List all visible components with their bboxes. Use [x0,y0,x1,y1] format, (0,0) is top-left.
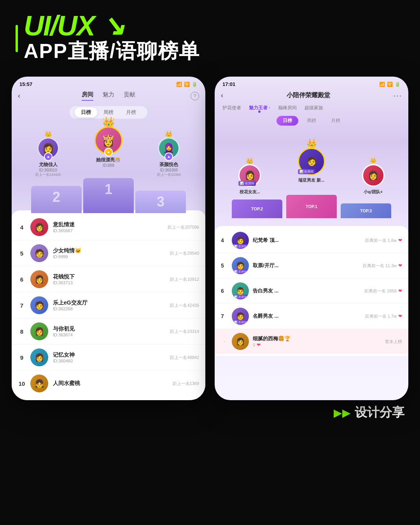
phone2: 17:01 📶 🛜 🔋 ‹ 小陪伴荣耀殿堂 ··· 护花使者 魅力王者 · 巅峰… [215,77,408,400]
list-info: 与你初见 ID:363674 [53,326,165,337]
list-avatar: 👩 [30,348,48,366]
heart-icon: ❤ [398,313,402,319]
p2-rank3-avatar-img: 👩 [363,165,383,186]
phone1-back-button[interactable]: ‹ [18,92,20,100]
p2-list-name: 取票/开厅... [253,262,359,269]
list-rank: 5 [18,250,26,257]
p2-list-name: 名爵男友 ... [253,313,361,320]
header-top: UI/UX ↘ APP直播/语聊榜单 [16,12,404,65]
p2-list-avatar: 🧑 📊 在房间 [232,257,249,274]
cat-tab-peak[interactable]: 巅峰房间 [274,103,301,113]
phone2-nav: ‹ 小陪伴荣耀殿堂 ··· [215,89,408,103]
phone2-cat-tabs: 护花使者 魅力王者 · 巅峰房间 超级家族 [215,103,408,113]
list-name: 意乱情迷 [53,221,163,228]
tab-contribute[interactable]: 贡献 [124,91,135,101]
list-item[interactable]: 6 👩 花钱悦下 ID:363713 距上一名10912 [12,266,205,292]
signal-icon: 📶 [379,82,385,87]
list-rank: 7 [18,302,26,309]
list-info: 意乱情迷 ID:365667 [53,221,163,233]
list-rank: 8 [18,328,26,335]
battery-icon: 🔋 [395,82,401,87]
tab-charm[interactable]: 魅力 [103,91,114,101]
period-daily[interactable]: 日榜 [75,107,97,117]
list-dist: 距上一名207096 [168,224,199,230]
phone2-more-button[interactable]: ··· [393,91,402,100]
tab-room[interactable]: 房间 [82,91,93,101]
rank3-id: ID:366366 [160,168,178,172]
phone2-title: 小陪伴荣耀殿堂 [287,91,330,100]
rank2-name: 尤物佳人 [39,161,58,168]
rank3-badge [164,152,173,161]
p2-list-item[interactable]: 4 🧑 📊 在房间 纪梵希 顶... 距离前一名 1.6w ❤ [215,228,408,253]
list-rank: 10 [18,380,26,387]
p2-list-dist: 距离前一名 1.6w ❤ [365,238,402,243]
list-info: 花钱悦下 ID:363713 [53,273,165,285]
p2-list-item[interactable]: 6 👨 📊 在房间 告白男友 ... 距离前一名 2656 ❤ [215,278,408,304]
p2-list-rank: 7 [221,313,228,319]
list-dist: 距上一名42435 [170,303,199,308]
rank1-id: ID:888 [103,163,114,168]
cat-tab-huhua[interactable]: 护花使者 [219,103,245,113]
signal-icon: 📶 [176,82,182,87]
list-id: ID:9999 [53,254,165,259]
rank1-badge [104,148,113,156]
p2-list-info: 取票/开厅... [253,262,359,269]
p2-rank2: 👑 👩 📊 在房间 校花女友... [220,164,279,195]
p2-list-info: 名爵男友 ... [253,313,361,320]
p2-list-info: 告白男友 ... [253,287,360,294]
phone1-time: 15:57 [19,81,32,87]
p2-rank1-crown: 👑 [306,138,317,149]
list-item[interactable]: 8 👩 与你初见 ID:363674 距上一名23314 [12,318,205,345]
p2-list-avatar: 🧑 📊 在房间 [232,232,249,249]
rank2-badge [44,152,52,161]
list-dist: 距上一名10912 [170,276,199,282]
list-avatar: 👧 [30,374,48,392]
phone1-help-button[interactable]: ? [191,92,199,100]
phone2-list: 4 🧑 📊 在房间 纪梵希 顶... 距离前一名 1.6w ❤ 5 🧑 📊 在房… [215,226,408,356]
list-info: 人间水蜜桃 [53,380,168,387]
p2-block-1: TOP.1 [286,195,337,218]
header-bar [16,25,18,52]
p2-list-rank: 6 [221,288,228,294]
list-dist: 距上一名1369 [173,381,199,387]
podium-block-1: 1 [83,178,134,213]
p2-list-item[interactable]: 5 🧑 📊 在房间 取票/开厅... 距离前一名 11.3w ❤ [215,253,408,278]
phones-container: 15:57 📶 🛜 🔋 ‹ 房间 魅力 贡献 ? 日榜 周榜 月榜 [0,77,420,400]
phone2-podium: 👑 👩 📊 在房间 校花女友... 👑 🧑 [215,129,408,226]
phone2-back-button[interactable]: ‹ [221,91,223,100]
p2-bottom-status: 暂未上榜 [385,339,402,345]
p2-list-item[interactable]: 7 🧑 📊 在房间 名爵男友 ... 距离前一名 1.7w ❤ [215,304,408,329]
p2-online-badge: 📊 在房间 [232,295,249,299]
p2-period-monthly[interactable]: 月榜 [325,116,346,126]
list-item[interactable]: 4 👩 意乱情迷 ID:365667 距上一名207096 [12,214,205,240]
list-item[interactable]: 9 👩 记忆女神 ID:360460 距上一名48842 [12,345,205,371]
rank3-dist: 距上一名32366 [157,172,181,177]
p2-block-3: TOP.3 [341,203,391,218]
p2-bottom-score: 0 ❤ [253,342,381,348]
p2-bottom-avatar: 👩 [232,333,249,350]
list-name: 与你初见 [53,326,165,332]
list-avatar: 👩 [30,218,48,236]
footer: ▶▶ 设计分享 [0,400,420,427]
p2-rank1: 👑 🧑 📊 在房间 瑞亚男友 新... [282,148,341,183]
heart-icon: ❤ [398,263,402,268]
p2-period-daily[interactable]: 日榜 [276,116,298,126]
podium-block-3: 3 [135,191,186,213]
p2-rank3-crown: 👑 [370,157,376,163]
cat-tab-meili[interactable]: 魅力王者 · [245,103,274,113]
heart-icon: ❤ [257,342,261,348]
p2-list-dist: 距离前一名 11.3w ❤ [363,263,402,269]
heart-icon: ❤ [398,288,402,294]
list-name: 人间水蜜桃 [53,380,168,387]
p2-list-name: 告白男友 ... [253,287,360,294]
p2-blocks: TOP.2 TOP.1 TOP.3 [215,195,408,218]
p2-period-weekly[interactable]: 周榜 [301,116,322,126]
p2-list-name: 纪梵希 顶... [253,237,361,244]
list-item[interactable]: 5 🧑 少女纯情🐱 ID:9999 距上一名29540 [12,240,205,266]
p2-rank3: 👑 👩 小q/团队+ [344,164,402,195]
list-item[interactable]: 10 👧 人间水蜜桃 距上一名1369 [12,371,205,396]
period-monthly[interactable]: 月榜 [120,107,142,117]
rank3-avatar-wrap: 👑 🧕 [158,137,180,159]
cat-tab-family[interactable]: 超级家族 [301,103,327,113]
list-item[interactable]: 7 🧑 乐上eG交友厅 ID:362268 距上一名42435 [12,292,205,318]
